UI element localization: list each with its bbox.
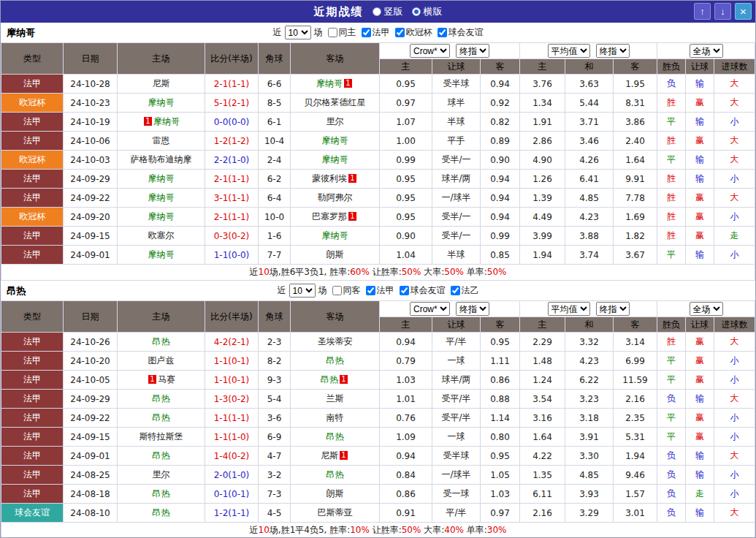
close-button[interactable]: × [735, 3, 752, 20]
team-name-link[interactable]: 摩纳哥 [148, 211, 175, 221]
filter-checkbox-input[interactable] [451, 286, 460, 295]
scroll-down-button[interactable]: ↓ [714, 3, 731, 20]
team-name-link[interactable]: 南特 [327, 412, 344, 423]
team-name-link[interactable]: 欧塞尔 [148, 230, 175, 240]
filter-checkbox[interactable]: 法乙 [451, 284, 479, 297]
score-link[interactable]: 1-3(0-2) [214, 394, 250, 404]
team-name-link[interactable]: 图卢兹 [148, 355, 175, 365]
team-name-link[interactable]: 昂热 [321, 374, 338, 384]
final-index-select[interactable]: 终指 [456, 44, 489, 58]
team-name-link[interactable]: 摩纳哥 [148, 97, 175, 107]
team-name-link[interactable]: 斯特拉斯堡 [140, 431, 183, 442]
score-link[interactable]: 1-1(0-0) [214, 250, 250, 260]
team-name-link[interactable]: 巴塞罗那 [312, 211, 347, 221]
avg-draw-odds-cell: 3.63 [565, 75, 614, 94]
team-name-link[interactable]: 雷恩 [153, 135, 170, 145]
team-name-link[interactable]: 摩纳哥 [148, 192, 175, 202]
team-name-link[interactable]: 昂热 [153, 488, 170, 499]
filter-checkbox[interactable]: 球会友谊 [438, 26, 484, 39]
team-name-link[interactable]: 巴斯蒂亚 [318, 507, 353, 518]
team-name-link[interactable]: 里尔 [327, 116, 344, 126]
final-index-select[interactable]: 终指 [596, 302, 630, 316]
team-name-link[interactable]: 摩纳哥 [153, 116, 180, 126]
match-count-select[interactable]: 10 [285, 26, 311, 39]
league-type-cell: 法甲 [1, 371, 64, 390]
team-name-link[interactable]: 马赛 [158, 374, 175, 384]
final-index-select[interactable]: 终指 [456, 302, 489, 316]
filter-checkbox-input[interactable] [400, 286, 409, 295]
team-name-link[interactable]: 摩纳哥 [148, 173, 175, 183]
final-index-select[interactable]: 终指 [596, 44, 630, 58]
full-match-select[interactable]: 全场 [690, 44, 723, 58]
score-cell: 2-1(1-1) [205, 170, 259, 189]
filter-checkbox-input[interactable] [362, 28, 371, 37]
filter-checkbox-input[interactable] [328, 28, 337, 37]
score-link[interactable]: 2-0(1-0) [214, 470, 250, 480]
team-name-link[interactable]: 摩纳哥 [322, 135, 348, 145]
result-goals-cell: 小 [714, 113, 755, 132]
filter-checkbox[interactable]: 同主 [328, 26, 356, 39]
filter-checkbox[interactable]: 法甲 [362, 26, 390, 39]
team-name-link[interactable]: 里尔 [153, 469, 170, 480]
team-name-link[interactable]: 昂热 [153, 412, 170, 423]
team-name-link[interactable]: 昂热 [327, 469, 344, 480]
score-link[interactable]: 0-1(0-1) [214, 489, 250, 499]
score-link[interactable]: 0-0(0-0) [214, 117, 250, 127]
filter-checkbox[interactable]: 同客 [332, 284, 361, 297]
score-link[interactable]: 0-3(0-2) [214, 231, 250, 241]
filter-checkbox[interactable]: 法甲 [366, 284, 394, 297]
average-odds-select[interactable]: 平均值 [548, 44, 590, 58]
score-link[interactable]: 1-1(0-1) [214, 356, 250, 366]
team-name-link[interactable]: 摩纳哥 [316, 78, 343, 88]
bookmaker-select[interactable]: Crow* [410, 44, 450, 58]
team-name-link[interactable]: 昂热 [153, 336, 170, 346]
average-odds-select[interactable]: 平均值 [548, 302, 590, 316]
filter-checkbox[interactable]: 球会友谊 [400, 284, 446, 297]
team-name-link[interactable]: 尼斯 [321, 450, 338, 461]
score-link[interactable]: 3-1(1-1) [214, 193, 250, 203]
team-name-link[interactable]: 尼斯 [153, 78, 170, 88]
filter-checkbox-input[interactable] [366, 286, 375, 295]
team-name-link[interactable]: 贝尔格莱德红星 [305, 97, 366, 107]
score-link[interactable]: 1-1(0-1) [214, 375, 250, 385]
team-name-link[interactable]: 朗斯 [327, 488, 344, 499]
bookmaker-select[interactable]: Crow* [410, 302, 450, 316]
team-name-link[interactable]: 昂热 [153, 507, 170, 518]
score-link[interactable]: 2-1(1-1) [214, 212, 250, 222]
filter-checkbox[interactable]: 欧冠杯 [395, 26, 432, 39]
team-name-link[interactable]: 昂热 [153, 450, 170, 461]
match-count-select[interactable]: 10 [289, 284, 316, 298]
team-name-link[interactable]: 勒阿弗尔 [318, 192, 353, 202]
team-name-link[interactable]: 蒙彼利埃 [312, 173, 347, 183]
score-link[interactable]: 1-2(1-1) [214, 508, 250, 518]
filter-checkbox-input[interactable] [395, 28, 405, 37]
full-match-select[interactable]: 全场 [690, 302, 723, 316]
team-name-link[interactable]: 兰斯 [327, 393, 344, 404]
team-name-link[interactable]: 摩纳哥 [148, 249, 175, 259]
scroll-up-button[interactable]: ↑ [694, 3, 711, 20]
score-link[interactable]: 2-1(1-1) [214, 79, 250, 89]
filter-checkbox-input[interactable] [438, 28, 447, 37]
layout-radio-horizontal[interactable]: 横版 [412, 5, 443, 18]
layout-radio-vertical[interactable]: 竖版 [373, 5, 403, 18]
match-date-cell: 24-10-20 [64, 352, 118, 371]
score-link[interactable]: 5-1(2-1) [214, 98, 250, 108]
score-link[interactable]: 2-2(1-0) [214, 155, 250, 165]
score-link[interactable]: 2-1(1-1) [214, 174, 250, 184]
team-name-link[interactable]: 圣埃蒂安 [318, 336, 353, 346]
score-link[interactable]: 1-2(1-2) [214, 136, 250, 146]
team-name-link[interactable]: 昂热 [327, 355, 344, 365]
score-link[interactable]: 1-4(0-2) [214, 451, 250, 461]
team-name-link[interactable]: 摩纳哥 [322, 154, 348, 164]
score-link[interactable]: 4-2(2-1) [214, 337, 250, 347]
team-name-link[interactable]: 摩纳哥 [322, 230, 348, 240]
score-link[interactable]: 1-1(1-1) [214, 413, 250, 423]
team-name-link[interactable]: 萨格勒布迪纳摩 [131, 154, 192, 164]
team-name-link[interactable]: 昂热 [153, 393, 170, 404]
team-name-link[interactable]: 昂热 [327, 431, 344, 442]
corners-cell: 6-1 [259, 113, 291, 132]
filter-checkbox-input[interactable] [332, 286, 342, 295]
score-link[interactable]: 1-1(1-0) [214, 432, 250, 442]
team-name-link[interactable]: 朗斯 [327, 249, 344, 259]
home-team-cell: 雷恩 [118, 132, 205, 151]
